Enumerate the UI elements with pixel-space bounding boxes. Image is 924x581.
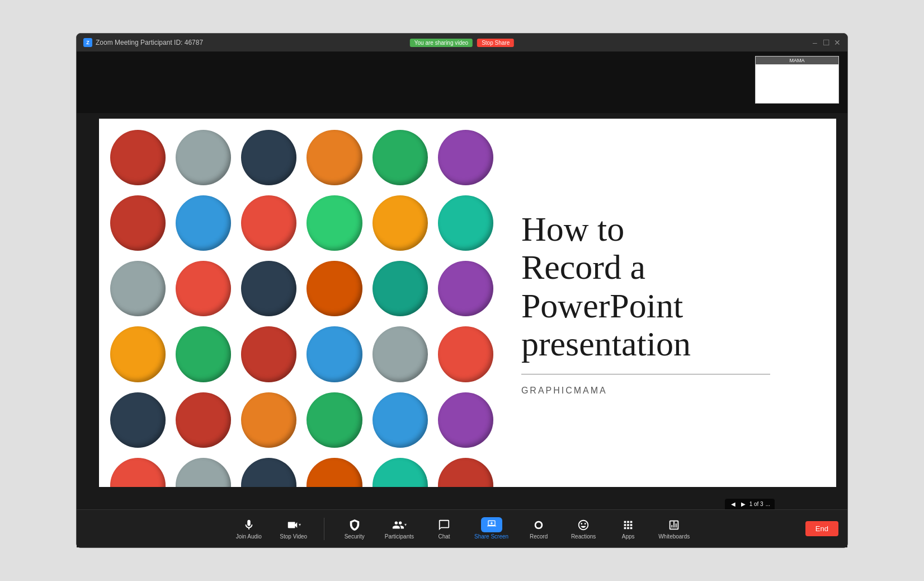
participant-video	[756, 64, 838, 103]
participants-label: Participants	[385, 533, 414, 540]
circle-dot	[373, 261, 428, 316]
whiteboards-label: Whiteboards	[658, 533, 690, 540]
circle-dot	[176, 195, 231, 251]
whiteboards-icon	[666, 518, 682, 532]
toolbar-item-participants[interactable]: ▾ Participants	[385, 518, 414, 540]
circle-dot	[176, 326, 231, 382]
record-icon	[531, 518, 546, 532]
circle-dot	[241, 261, 296, 316]
circle-dot	[110, 392, 166, 448]
title-line2: Record a	[521, 248, 645, 286]
slide-divider	[521, 374, 770, 374]
toolbar-item-chat[interactable]: Chat	[430, 518, 459, 540]
toolbar-item-whiteboards[interactable]: Whiteboards	[658, 518, 690, 540]
slide-nav-bar: ◀ ▶ 1 of 3 ...	[725, 499, 775, 509]
circle-dot	[176, 130, 231, 185]
reactions-icon	[576, 518, 591, 532]
title-bar-center: You are sharing video Stop Share	[410, 39, 514, 47]
toolbar-item-reactions[interactable]: Reactions	[569, 518, 598, 540]
toolbar-item-security[interactable]: Security	[340, 518, 369, 540]
join-audio-label: Join Audio	[236, 533, 262, 540]
circle-dot	[307, 458, 362, 487]
circle-dot	[241, 326, 296, 382]
circle-dot	[438, 458, 493, 487]
slide-text: How to Record a PowerPoint presentation …	[505, 119, 836, 487]
title-bar-controls: – ☐ ✕	[812, 39, 841, 46]
toolbar-item-record[interactable]: Record	[524, 518, 553, 540]
circle-grid	[99, 119, 505, 487]
record-label: Record	[530, 533, 548, 540]
circle-dot	[307, 130, 362, 185]
circle-dot	[373, 130, 428, 185]
circle-dot	[307, 392, 362, 448]
circle-dot	[241, 195, 296, 251]
circle-dot	[307, 195, 362, 251]
toolbar-item-share-screen[interactable]: Share Screen	[474, 518, 508, 540]
slide-image	[99, 119, 505, 487]
camera-icon: ▾	[286, 518, 301, 532]
circle-dot	[373, 458, 428, 487]
circle-dot	[438, 326, 493, 382]
circle-dot	[307, 261, 362, 316]
circle-dot	[110, 261, 166, 316]
svg-point-1	[536, 522, 541, 527]
toolbar-item-stop-video[interactable]: ▾ Stop Video	[279, 518, 308, 540]
participant-float: MAMA	[755, 56, 839, 104]
ppt-slide: How to Record a PowerPoint presentation …	[99, 119, 836, 487]
close-button[interactable]: ✕	[834, 39, 841, 46]
sharing-badge: You are sharing video	[410, 39, 473, 47]
circle-dot	[110, 195, 166, 251]
circle-dot	[241, 130, 296, 185]
toolbar: Join Audio ▾ Stop Video Securi	[77, 509, 847, 547]
slide-page-info: 1 of 3	[749, 501, 763, 507]
end-button[interactable]: End	[805, 521, 838, 536]
zoom-window: Z Zoom Meeting Participant ID: 46787 You…	[76, 33, 848, 548]
share-screen-icon	[484, 518, 499, 532]
participants-icon: ▾	[392, 518, 407, 532]
restore-button[interactable]: ☐	[823, 39, 829, 46]
title-line1: How to	[521, 210, 624, 248]
circle-dot	[241, 392, 296, 448]
presentation-area: How to Record a PowerPoint presentation …	[77, 113, 847, 509]
circle-dot	[373, 195, 428, 251]
stop-video-label: Stop Video	[280, 533, 307, 540]
title-line4: presentation	[521, 325, 691, 363]
circle-dot	[438, 130, 493, 185]
circle-dot	[438, 392, 493, 448]
slide-title: How to Record a PowerPoint presentation	[521, 210, 814, 363]
microphone-icon	[241, 518, 257, 532]
top-black-bar: MAMA	[77, 51, 847, 113]
circle-dot	[241, 458, 296, 487]
slide-brand: GRAPHICMAMA	[521, 386, 814, 396]
toolbar-separator-1	[324, 518, 324, 540]
circle-dot	[110, 326, 166, 382]
security-label: Security	[345, 533, 365, 540]
circle-dot	[307, 326, 362, 382]
prev-slide-button[interactable]: ◀	[729, 500, 737, 508]
minimize-button[interactable]: –	[812, 39, 818, 46]
slide-more-options[interactable]: ...	[766, 501, 770, 507]
apps-label: Apps	[622, 533, 635, 540]
circle-dot	[110, 130, 166, 185]
apps-icon	[620, 518, 636, 532]
circle-dot	[176, 261, 231, 316]
next-slide-button[interactable]: ▶	[739, 500, 747, 508]
circles-background	[99, 119, 505, 487]
title-line3: PowerPoint	[521, 287, 683, 325]
toolbar-item-apps[interactable]: Apps	[614, 518, 643, 540]
reactions-label: Reactions	[571, 533, 596, 540]
title-bar-left: Z Zoom Meeting Participant ID: 46787	[83, 38, 203, 47]
chat-label: Chat	[438, 533, 450, 540]
window-title: Zoom Meeting Participant ID: 46787	[96, 39, 203, 46]
circle-dot	[176, 458, 231, 487]
share-screen-label: Share Screen	[474, 533, 508, 540]
zoom-logo: Z	[83, 38, 92, 47]
security-icon	[347, 518, 362, 532]
circle-dot	[438, 261, 493, 316]
circle-dot	[373, 326, 428, 382]
toolbar-item-join-audio[interactable]: Join Audio	[234, 518, 263, 540]
circle-dot	[438, 195, 493, 251]
circle-dot	[176, 392, 231, 448]
stop-share-button[interactable]: Stop Share	[477, 39, 514, 47]
circle-dot	[110, 458, 166, 487]
